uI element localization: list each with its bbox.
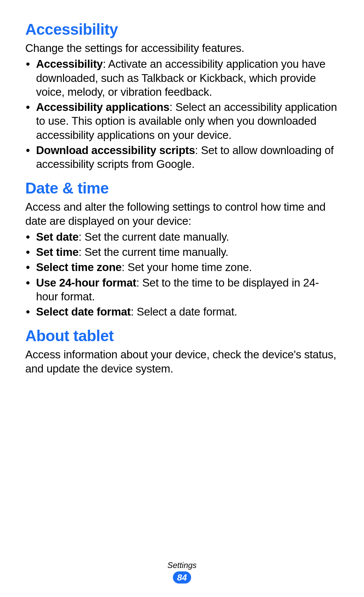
page: Accessibility Change the settings for ac…	[0, 0, 364, 597]
item-term: Set date	[36, 231, 79, 243]
list-item: Set date: Set the current date manually.	[36, 230, 339, 244]
item-term: Download accessibility scripts	[36, 144, 195, 156]
item-desc: : Set the current time manually.	[79, 246, 229, 258]
list-item: Accessibility applications: Select an ac…	[36, 100, 339, 142]
item-desc: : Select a date format.	[131, 305, 237, 318]
item-desc: : Set the current date manually.	[79, 231, 229, 243]
intro-about-tablet: Access information about your device, ch…	[25, 348, 339, 376]
list-accessibility: Accessibility: Activate an accessibility…	[25, 57, 339, 171]
list-item: Accessibility: Activate an accessibility…	[36, 57, 339, 99]
list-item: Set time: Set the current time manually.	[36, 245, 339, 259]
list-item: Use 24-hour format: Set to the time to b…	[36, 276, 339, 304]
footer-section-label: Settings	[0, 561, 364, 570]
heading-date-time: Date & time	[25, 179, 339, 197]
heading-accessibility: Accessibility	[25, 20, 339, 38]
list-date-time: Set date: Set the current date manually.…	[25, 230, 339, 319]
list-item: Select time zone: Set your home time zon…	[36, 260, 339, 274]
page-number-badge: 84	[173, 571, 191, 584]
intro-date-time: Access and alter the following settings …	[25, 200, 339, 228]
page-footer: Settings 84	[0, 561, 364, 584]
item-term: Accessibility	[36, 58, 103, 70]
item-term: Select date format	[36, 305, 131, 318]
list-item: Download accessibility scripts: Set to a…	[36, 143, 339, 171]
item-term: Use 24-hour format	[36, 276, 136, 289]
item-term: Accessibility applications	[36, 101, 170, 113]
heading-about-tablet: About tablet	[25, 327, 339, 345]
item-term: Set time	[36, 246, 79, 258]
item-desc: : Set your home time zone.	[122, 261, 252, 273]
list-item: Select date format: Select a date format…	[36, 305, 339, 319]
item-term: Select time zone	[36, 261, 122, 273]
intro-accessibility: Change the settings for accessibility fe…	[25, 41, 339, 55]
